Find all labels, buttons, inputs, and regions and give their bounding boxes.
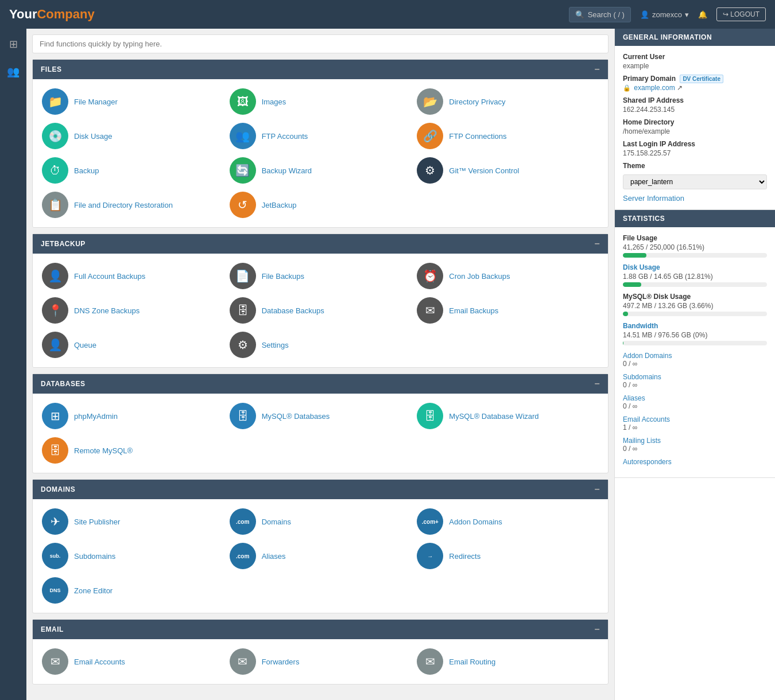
list-item[interactable]: 👤 Queue (42, 332, 224, 358)
list-item[interactable]: ⚙ Git™ Version Control (417, 157, 599, 184)
aliases-stat-link[interactable]: Aliases (623, 394, 645, 402)
git-link[interactable]: Git™ Version Control (449, 166, 519, 175)
list-item[interactable]: ✉ Forwarders (230, 648, 412, 675)
list-item[interactable]: ✉ Email Accounts (42, 648, 224, 675)
redirects-link[interactable]: Redirects (449, 552, 480, 561)
databases-section-header: DATABASES − (33, 374, 608, 394)
ftp-connections-link[interactable]: FTP Connections (449, 132, 506, 141)
files-collapse-btn[interactable]: − (594, 64, 600, 75)
disk-usage-stat-link[interactable]: Disk Usage (623, 263, 660, 271)
aliases-link[interactable]: Aliases (262, 552, 286, 561)
disk-usage-link[interactable]: Disk Usage (74, 132, 112, 141)
list-item[interactable]: .com Domains (230, 508, 412, 535)
list-item[interactable]: ✉ Email Routing (417, 648, 599, 675)
cron-job-backups-link[interactable]: Cron Job Backups (449, 272, 510, 281)
quick-search-input[interactable] (32, 34, 609, 53)
list-item[interactable]: 🗄 MySQL® Database Wizard (417, 403, 599, 429)
list-item[interactable]: ✈ Site Publisher (42, 508, 224, 535)
dns-zone-backups-link[interactable]: DNS Zone Backups (74, 306, 140, 315)
list-item[interactable]: 📍 DNS Zone Backups (42, 297, 224, 324)
file-manager-link[interactable]: File Manager (74, 98, 118, 106)
domains-link[interactable]: Domains (262, 518, 291, 526)
list-item[interactable]: 📄 File Backups (230, 263, 412, 289)
queue-link[interactable]: Queue (74, 341, 96, 349)
mysql-wizard-link[interactable]: MySQL® Database Wizard (449, 412, 538, 421)
statistics-header: STATISTICS (615, 210, 775, 227)
list-item[interactable]: 📁 File Manager (42, 88, 224, 115)
search-box[interactable]: 🔍 Search ( / ) (569, 7, 631, 22)
jetbackup-grid: 👤 Full Account Backups 📄 File Backups ⏰ … (42, 263, 599, 358)
list-item[interactable]: 📂 Directory Privacy (417, 88, 599, 115)
subdomains-stat: Subdomains 0 / ∞ (623, 372, 767, 389)
logout-button[interactable]: ↪ LOGOUT (716, 7, 766, 21)
mailing-lists-stat-link[interactable]: Mailing Lists (623, 437, 661, 445)
list-item[interactable]: 🖼 Images (230, 88, 412, 115)
list-item[interactable]: 🔄 Backup Wizard (230, 157, 412, 184)
ftp-accounts-link[interactable]: FTP Accounts (262, 132, 308, 141)
remote-mysql-link[interactable]: Remote MySQL® (74, 446, 133, 455)
mysql-databases-link[interactable]: MySQL® Databases (262, 412, 330, 421)
list-item[interactable]: .com Aliases (230, 543, 412, 569)
email-accounts-stat-link[interactable]: Email Accounts (623, 415, 670, 423)
bell-icon[interactable]: 🔔 (698, 10, 707, 19)
list-item[interactable]: .com+ Addon Domains (417, 508, 599, 535)
file-directory-restoration-link[interactable]: File and Directory Restoration (74, 201, 173, 209)
list-item[interactable]: ⏱ Backup (42, 157, 224, 184)
settings-link[interactable]: Settings (262, 341, 289, 349)
backup-wizard-link[interactable]: Backup Wizard (262, 166, 312, 175)
list-item[interactable]: 🗄 Remote MySQL® (42, 437, 224, 464)
list-item[interactable]: 🗄 Database Backups (230, 297, 412, 324)
backup-link[interactable]: Backup (74, 166, 99, 175)
addon-domains-link[interactable]: Addon Domains (449, 518, 502, 526)
email-backups-link[interactable]: Email Backups (449, 306, 498, 315)
list-item[interactable]: ✉ Email Backups (417, 297, 599, 324)
list-item[interactable]: ⏰ Cron Job Backups (417, 263, 599, 289)
sidebar-grid-icon[interactable]: ⊞ (6, 34, 21, 54)
main-content: FILES − 📁 File Manager 🖼 Images 📂 Direc (26, 29, 614, 700)
jetbackup-collapse-btn[interactable]: − (594, 239, 600, 249)
domains-collapse-btn[interactable]: − (594, 484, 600, 495)
list-item[interactable]: sub. Subdomains (42, 543, 224, 569)
email-collapse-btn[interactable]: − (594, 624, 600, 635)
server-info-link[interactable]: Server Information (623, 194, 684, 203)
file-usage-progress (623, 253, 767, 258)
directory-privacy-link[interactable]: Directory Privacy (449, 98, 505, 106)
site-publisher-link[interactable]: Site Publisher (74, 518, 120, 526)
theme-row: Theme paper_lantern (623, 162, 767, 189)
list-item[interactable]: ⚙ Settings (230, 332, 412, 358)
file-backups-link[interactable]: File Backups (262, 272, 304, 281)
list-item[interactable]: ↺ JetBackup (230, 192, 412, 218)
list-item[interactable]: 🗄 MySQL® Databases (230, 403, 412, 429)
list-item[interactable]: 💿 Disk Usage (42, 123, 224, 149)
images-icon: 🖼 (230, 88, 256, 115)
images-link[interactable]: Images (262, 98, 286, 106)
list-item[interactable]: DNS Zone Editor (42, 577, 224, 604)
list-item[interactable]: 🔗 FTP Connections (417, 123, 599, 149)
phpmyadmin-link[interactable]: phpMyAdmin (74, 412, 118, 421)
database-backups-link[interactable]: Database Backups (262, 306, 324, 315)
full-account-backups-icon: 👤 (42, 263, 68, 289)
list-item[interactable]: → Redirects (417, 543, 599, 569)
subdomains-stat-link[interactable]: Subdomains (623, 373, 661, 381)
user-menu[interactable]: 👤 zomexco ▾ (640, 10, 689, 19)
theme-select[interactable]: paper_lantern (623, 174, 767, 189)
full-account-backups-link[interactable]: Full Account Backups (74, 272, 145, 281)
bandwidth-stat-link[interactable]: Bandwidth (623, 322, 658, 330)
email-routing-link[interactable]: Email Routing (449, 658, 495, 666)
list-item[interactable]: ⊞ phpMyAdmin (42, 403, 224, 429)
email-accounts-link[interactable]: Email Accounts (74, 658, 125, 666)
current-user-row: Current User example (623, 53, 767, 70)
list-item[interactable]: 👤 Full Account Backups (42, 263, 224, 289)
list-item[interactable]: 👥 FTP Accounts (230, 123, 412, 149)
addon-domains-stat-link[interactable]: Addon Domains (623, 352, 672, 360)
zone-editor-link[interactable]: Zone Editor (74, 586, 113, 595)
domains-grid: ✈ Site Publisher .com Domains .com+ Addo… (42, 508, 599, 604)
subdomains-link[interactable]: Subdomains (74, 552, 115, 561)
autoresponders-stat-link[interactable]: Autoresponders (623, 458, 672, 466)
domain-link[interactable]: example.com (634, 84, 675, 92)
jetbackup-link[interactable]: JetBackup (262, 201, 297, 209)
list-item[interactable]: 📋 File and Directory Restoration (42, 192, 224, 218)
sidebar-users-icon[interactable]: 👥 (3, 62, 23, 81)
forwarders-link[interactable]: Forwarders (262, 658, 300, 666)
databases-collapse-btn[interactable]: − (594, 379, 600, 389)
